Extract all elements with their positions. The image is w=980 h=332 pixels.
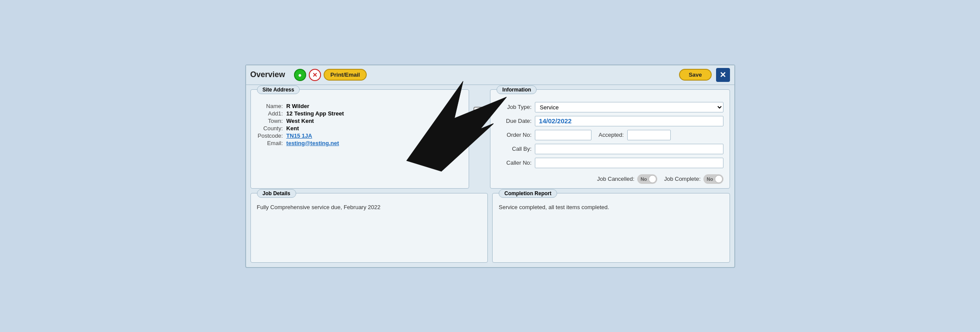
information-panel: Information Job Type: Service Installati… — [490, 89, 730, 189]
title-controls: ● ✕ Print/Email — [294, 69, 367, 81]
completion-report-title: Completion Report — [499, 189, 557, 198]
due-date-box[interactable]: 14/02/2022 — [535, 116, 723, 126]
currency-icon: 💲 — [476, 109, 483, 116]
order-no-label: Order No: — [497, 132, 531, 138]
town-label: Town: — [258, 118, 286, 124]
green-dot-button[interactable]: ● — [294, 69, 306, 81]
county-value: Kent — [286, 125, 344, 132]
red-x-button[interactable]: ✕ — [309, 69, 321, 81]
job-complete-knob — [715, 175, 723, 183]
job-complete-label: Job Complete: — [664, 176, 701, 182]
call-by-row: Call By: — [497, 144, 723, 154]
information-title: Information — [497, 85, 537, 94]
job-complete-group: Job Complete: No — [664, 174, 723, 184]
title-bar: Overview ● ✕ Print/Email Save ✕ — [246, 65, 734, 85]
site-address-title: Site Address — [257, 85, 300, 94]
job-cancelled-toggle[interactable]: No — [637, 174, 657, 184]
due-date-label: Due Date: — [497, 118, 531, 124]
address-add1-row: Add1: 12 Testing App Street — [258, 110, 344, 117]
due-date-value: 14/02/2022 — [539, 117, 571, 125]
county-label: County: — [258, 125, 286, 132]
job-cancelled-group: Job Cancelled: No — [597, 174, 657, 184]
currency-icon-wrapper: 💲 — [473, 89, 486, 189]
close-icon: ✕ — [720, 70, 726, 80]
postcode-label: Postcode: — [258, 132, 286, 139]
top-row: Site Address Name: R Wilder Add1: 12 Tes… — [250, 89, 730, 189]
order-no-row: Order No: Accepted: — [497, 130, 723, 140]
close-button[interactable]: ✕ — [716, 68, 730, 82]
job-cancelled-toggle-label: No — [641, 176, 647, 182]
accepted-label: Accepted: — [598, 132, 624, 138]
name-value: R Wilder — [286, 103, 344, 109]
postcode-value[interactable]: TN15 1JA — [286, 132, 344, 139]
add1-label: Add1: — [258, 110, 286, 117]
job-details-panel: Job Details Fully Comprehensive service … — [250, 193, 488, 263]
address-town-row: Town: West Kent — [258, 118, 344, 124]
address-email-row: Email: testing@testing.net — [258, 140, 344, 146]
main-window: Overview ● ✕ Print/Email Save ✕ Site Add… — [245, 64, 735, 268]
job-type-label: Job Type: — [497, 104, 531, 110]
add1-value: 12 Testing App Street — [286, 110, 344, 117]
green-dot-icon: ● — [298, 71, 301, 78]
red-x-icon: ✕ — [312, 71, 318, 78]
completion-report-panel: Completion Report Service completed, all… — [492, 193, 730, 263]
job-details-text: Fully Comprehensive service due, Februar… — [257, 201, 482, 210]
print-email-button[interactable]: Print/Email — [324, 69, 367, 81]
save-button[interactable]: Save — [679, 69, 711, 81]
job-type-select[interactable]: Service Installation Repair Maintenance — [535, 102, 723, 112]
job-cancelled-knob — [649, 175, 656, 183]
due-date-row: Due Date: 14/02/2022 — [497, 116, 723, 126]
email-label: Email: — [258, 140, 286, 146]
address-table: Name: R Wilder Add1: 12 Testing App Stre… — [257, 102, 345, 147]
town-value: West Kent — [286, 118, 344, 124]
bottom-row: Job Details Fully Comprehensive service … — [250, 193, 730, 263]
job-complete-toggle[interactable]: No — [703, 174, 723, 184]
accepted-input[interactable] — [627, 130, 671, 140]
toggles-row: Job Cancelled: No Job Complete: No — [497, 174, 723, 184]
caller-no-row: Caller No: — [497, 158, 723, 168]
order-no-input[interactable] — [535, 130, 591, 140]
job-cancelled-label: Job Cancelled: — [597, 176, 635, 182]
address-postcode-row: Postcode: TN15 1JA — [258, 132, 344, 139]
job-details-title: Job Details — [257, 189, 296, 198]
info-grid: Job Type: Service Installation Repair Ma… — [497, 102, 723, 184]
caller-no-input[interactable] — [535, 158, 723, 168]
completion-report-text: Service completed, all test items comple… — [499, 201, 723, 210]
currency-button[interactable]: 💲 — [473, 107, 486, 119]
caller-no-label: Caller No: — [497, 159, 531, 166]
address-county-row: County: Kent — [258, 125, 344, 132]
main-content: Site Address Name: R Wilder Add1: 12 Tes… — [246, 85, 734, 267]
name-label: Name: — [258, 103, 286, 109]
call-by-input[interactable] — [535, 144, 723, 154]
job-type-row: Job Type: Service Installation Repair Ma… — [497, 102, 723, 112]
email-value[interactable]: testing@testing.net — [286, 140, 344, 146]
site-address-panel: Site Address Name: R Wilder Add1: 12 Tes… — [250, 89, 470, 189]
job-complete-toggle-label: No — [707, 176, 713, 182]
call-by-label: Call By: — [497, 146, 531, 152]
window-title: Overview — [250, 70, 285, 79]
address-name-row: Name: R Wilder — [258, 103, 344, 109]
